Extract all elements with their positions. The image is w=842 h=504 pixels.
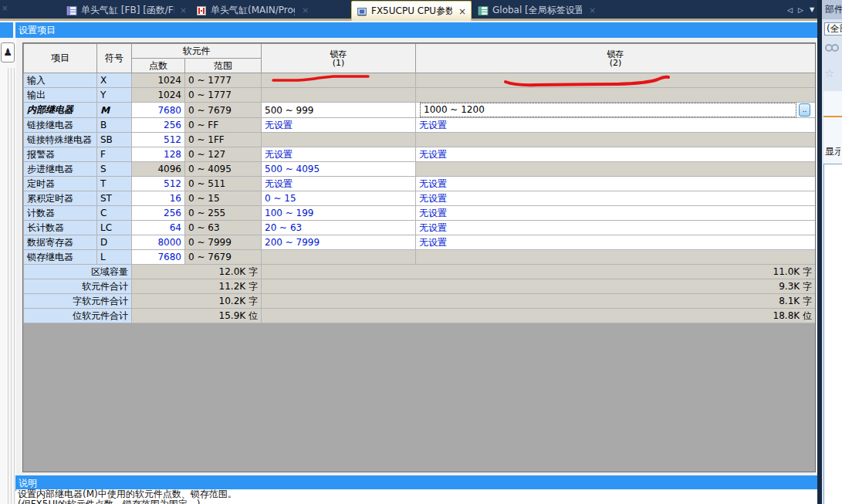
latch1-cell[interactable]: 200 ~ 7999 [262, 235, 416, 250]
fb-label-icon [66, 5, 77, 16]
range-cell: 0 ~ 63 [185, 221, 262, 235]
points-cell[interactable]: 64 [132, 221, 185, 235]
points-cell[interactable]: 128 [132, 147, 185, 162]
points-cell[interactable]: 256 [132, 118, 185, 133]
device-symbol-cell: LC [97, 221, 132, 235]
device-row-LC: 长计数器LC640 ~ 6320 ~ 63无设置 [24, 221, 816, 235]
element-list-box [823, 164, 842, 504]
summary-row-3: 字软元件合计10.2K 字8.1K 字 [24, 294, 816, 309]
latch2-cell-disabled [416, 88, 816, 103]
tab-label: FX5UCPU CPU参数 [371, 5, 452, 18]
device-symbol-cell: L [97, 250, 132, 265]
tab-list-dropdown-icon[interactable]: ▼ [810, 6, 814, 13]
range-cell: 0 ~ 4095 [185, 162, 262, 177]
range-cell: 0 ~ 7999 [185, 235, 262, 250]
latch2-cell[interactable]: 无设置 [416, 221, 816, 235]
left-dock-strip: ♟ [0, 21, 16, 504]
favorites-star-icon[interactable]: ☆ [824, 66, 834, 80]
range-cell: 0 ~ 1FF [185, 133, 262, 147]
tab-nav-prev-icon[interactable]: ◁ [787, 6, 793, 14]
dock-divider [14, 68, 15, 504]
summary-label: 位软元件合计 [24, 309, 132, 323]
summary-row-1: 区域容量12.0K 字11.0K 字 [24, 265, 816, 279]
points-cell[interactable]: 7680 [132, 250, 185, 265]
document-tab-3[interactable]: FX5UCPU CPU参数× [351, 1, 472, 21]
group-accent-line [823, 116, 842, 117]
document-tab-4[interactable]: Global [全局标签设置] [473, 2, 587, 19]
range-cell: 0 ~ 15 [185, 191, 262, 206]
latch2-cell[interactable]: 无设置 [416, 118, 816, 133]
latch2-cell[interactable]: 无设置 [416, 235, 816, 250]
latch2-cell[interactable]: 无设置 [416, 191, 816, 206]
element-selection-title: 部件 [822, 0, 842, 19]
summary-latch-value: 8.1K 字 [262, 294, 816, 309]
points-cell[interactable]: 8000 [132, 235, 185, 250]
points-cell: 1024 [132, 73, 185, 88]
device-item-cell: 定时器 [24, 177, 97, 191]
latch1-cell[interactable]: 无设置 [262, 118, 416, 133]
latch1-cell[interactable]: 100 ~ 199 [262, 206, 416, 221]
summary-device-value: 10.2K 字 [132, 294, 262, 309]
latch2-cell[interactable]: 无设置 [416, 206, 816, 221]
device-symbol-cell: ST [97, 191, 132, 206]
tab-nav-next-icon[interactable]: ▷ [798, 6, 803, 14]
col-header-latch1: 锁存(1) [262, 44, 416, 73]
range-cell: 0 ~ 255 [185, 206, 262, 221]
latch2-cell-editing[interactable]: 1000 ~ 1200.. [416, 103, 816, 118]
summary-latch-value: 11.0K 字 [262, 265, 816, 279]
document-tab-2[interactable]: 单头气缸(MAIN/ProgPou/单... [191, 2, 299, 19]
range-cell: 0 ~ 511 [185, 177, 262, 191]
device-item-cell: 输入 [24, 73, 97, 88]
summary-latch-value: 18.8K 位 [262, 309, 816, 323]
cpu-parameter-icon [357, 6, 367, 17]
inactive-tab-close-icon[interactable]: × [180, 5, 187, 15]
document-tab-1[interactable]: 单头气缸 [FB] [函数/FB标签设... [62, 2, 179, 19]
latch-range-edit-field[interactable]: 1000 ~ 1200 [420, 103, 796, 117]
element-filter-combobox[interactable]: (全部) [824, 22, 842, 36]
tab-label: 单头气缸 [FB] [函数/FB标签设... [81, 4, 174, 17]
latch1-cell[interactable]: 无设置 [262, 147, 416, 162]
summary-label: 字软元件合计 [24, 294, 132, 309]
latch1-cell-disabled [262, 250, 416, 265]
points-cell[interactable]: 16 [132, 191, 185, 206]
points-cell[interactable]: 512 [132, 133, 185, 147]
left-tool-button[interactable]: ♟ [1, 42, 15, 63]
latch2-cell[interactable]: 无设置 [416, 177, 816, 191]
device-symbol-cell: T [97, 177, 132, 191]
setting-item-caption-label: 设置项目 [19, 25, 56, 36]
explanation-caption: 说明 [15, 475, 817, 491]
latch1-cell-disabled [262, 133, 416, 147]
inactive-tab-close-icon[interactable]: × [302, 5, 309, 15]
latch1-cell[interactable]: 20 ~ 63 [262, 221, 416, 235]
find-icon[interactable] [824, 42, 840, 54]
device-symbol-cell: M [97, 103, 132, 118]
points-cell[interactable]: 512 [132, 177, 185, 191]
display-target-tab[interactable]: 显示 [825, 145, 840, 158]
tab-close-icon[interactable]: × [458, 6, 466, 17]
inactive-tab-close-icon[interactable]: × [589, 5, 596, 15]
summary-label: 软元件合计 [24, 279, 132, 294]
latch1-cell[interactable]: 无设置 [262, 177, 416, 191]
range-cell: 0 ~ 1777 [185, 73, 262, 88]
latch1-cell[interactable]: 500 ~ 999 [262, 103, 416, 118]
latch1-cell[interactable]: 0 ~ 15 [262, 191, 416, 206]
summary-latch-value: 9.3K 字 [262, 279, 816, 294]
device-item-cell: 累积定时器 [24, 191, 97, 206]
latch1-cell[interactable]: 500 ~ 4095 [262, 162, 416, 177]
device-item-cell: 链接特殊继电器 [24, 133, 97, 147]
device-symbol-cell: SB [97, 133, 132, 147]
points-cell[interactable]: 256 [132, 206, 185, 221]
browse-button[interactable]: .. [799, 103, 810, 117]
latch2-cell-disabled [416, 73, 816, 88]
device-symbol-cell: D [97, 235, 132, 250]
device-row-ST: 累积定时器ST160 ~ 150 ~ 15无设置 [24, 191, 816, 206]
latch2-cell[interactable]: 无设置 [416, 147, 816, 162]
corner-close-icon[interactable]: × [2, 4, 8, 12]
device-item-cell: 内部继电器 [24, 103, 97, 118]
device-item-cell: 步进继电器 [24, 162, 97, 177]
dock-divider [11, 68, 12, 504]
col-header-symbol: 符号 [97, 44, 132, 73]
latch1-cell-disabled [262, 73, 416, 88]
col-header-range: 范围 [185, 59, 262, 73]
points-cell[interactable]: 7680 [132, 103, 185, 118]
